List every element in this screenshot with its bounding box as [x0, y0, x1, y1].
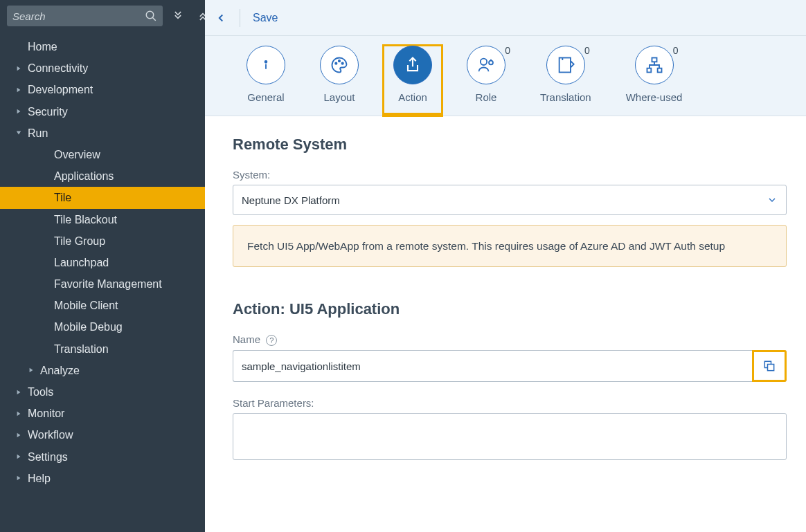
caret-right-icon [15, 65, 22, 72]
caret-right-icon [15, 108, 22, 115]
help-icon[interactable]: ? [266, 335, 277, 346]
nav-tree: HomeConnectivityDevelopmentSecurityRunOv… [0, 32, 205, 493]
svg-point-14 [335, 63, 337, 64]
nav-item-label: Applications [54, 169, 114, 183]
nav-item-development[interactable]: Development [0, 79, 205, 100]
tab-badge: 0 [673, 45, 679, 56]
nav-item-home[interactable]: Home [0, 36, 205, 57]
tab-badge: 0 [584, 45, 590, 56]
nav-item-tile[interactable]: Tile [0, 187, 205, 208]
nav-item-label: Tools [28, 385, 53, 398]
caret-right-icon [28, 367, 35, 374]
svg-point-0 [146, 11, 154, 19]
name-input[interactable] [233, 350, 752, 382]
start-params-input[interactable] [233, 413, 787, 460]
role-icon: 0 [467, 46, 505, 84]
svg-point-18 [489, 61, 493, 65]
nav-item-mobile-debug[interactable]: Mobile Debug [0, 316, 205, 338]
tab-label: Action [398, 91, 427, 103]
caret-right-icon [15, 410, 22, 417]
nav-item-tools[interactable]: Tools [0, 381, 205, 403]
nav-item-label: Tile [54, 191, 71, 204]
search-input[interactable] [12, 10, 145, 22]
search-box[interactable] [7, 6, 163, 26]
nav-item-workflow[interactable]: Workflow [0, 424, 205, 446]
nav-item-connectivity[interactable]: Connectivity [0, 57, 205, 79]
nav-item-label: Mobile Client [54, 299, 118, 312]
nav-item-label: Security [28, 105, 68, 118]
system-select[interactable]: Neptune DX Platform [233, 185, 787, 215]
tab-label: Role [476, 91, 497, 103]
action-heading: Action: UI5 Application [233, 300, 787, 318]
svg-marker-2 [17, 66, 21, 71]
tab-general[interactable]: General [247, 46, 285, 116]
nav-item-label: Analyze [40, 364, 80, 377]
system-label: System: [233, 169, 787, 181]
tab-where-used[interactable]: 0Where-used [626, 46, 683, 116]
nav-item-label: Launchpad [54, 256, 109, 269]
svg-marker-10 [17, 455, 21, 459]
tab-action[interactable]: Action [384, 46, 442, 116]
share-icon [393, 46, 432, 84]
content: Remote System System: Neptune DX Platfor… [205, 116, 806, 482]
system-value: Neptune DX Platform [242, 194, 340, 206]
info-message: Fetch UI5 App/WebApp from a remote syste… [233, 225, 787, 267]
tab-label: Where-used [626, 91, 683, 103]
save-button[interactable]: Save [253, 12, 278, 24]
nav-item-label: Tile Group [54, 235, 105, 248]
svg-marker-4 [17, 109, 21, 113]
nav-item-monitor[interactable]: Monitor [0, 403, 205, 424]
hierarchy-icon: 0 [635, 46, 674, 84]
search-icon [145, 10, 157, 22]
remote-system-heading: Remote System [233, 136, 787, 154]
nav-item-label: Overview [54, 148, 100, 161]
svg-rect-20 [559, 58, 570, 73]
back-button[interactable] [215, 12, 227, 24]
tab-label: General [247, 91, 284, 103]
name-row [233, 350, 787, 382]
nav-item-security[interactable]: Security [0, 101, 205, 122]
tab-badge: 0 [505, 45, 510, 56]
value-help-icon [762, 359, 776, 373]
info-icon [247, 46, 285, 84]
nav-item-launchpad[interactable]: Launchpad [0, 252, 205, 273]
svg-rect-21 [652, 58, 656, 62]
topbar: Save [205, 0, 806, 36]
nav-item-help[interactable]: Help [0, 468, 205, 489]
tab-label: Translation [540, 91, 591, 103]
tab-layout[interactable]: Layout [320, 46, 359, 116]
svg-marker-3 [17, 88, 21, 92]
svg-rect-23 [657, 68, 661, 73]
nav-item-label: Translation [54, 342, 109, 356]
nav-item-analyze[interactable]: Analyze [0, 360, 205, 381]
chevron-down-icon [767, 194, 778, 205]
nav-item-translation[interactable]: Translation [0, 338, 205, 360]
caret-right-icon [15, 475, 22, 481]
nav-item-mobile-client[interactable]: Mobile Client [0, 295, 205, 316]
nav-item-tile-group[interactable]: Tile Group [0, 230, 205, 252]
nav-item-applications[interactable]: Applications [0, 165, 205, 187]
nav-item-overview[interactable]: Overview [0, 144, 205, 165]
name-label: Name ? [233, 333, 787, 346]
palette-icon [320, 46, 359, 84]
nav-item-settings[interactable]: Settings [0, 446, 205, 468]
nav-item-tile-blackout[interactable]: Tile Blackout [0, 209, 205, 230]
main: Save GeneralLayoutAction0Role0Translatio… [205, 0, 806, 532]
nav-item-label: Monitor [28, 407, 64, 420]
start-params-label: Start Parameters: [233, 397, 787, 409]
tab-translation[interactable]: 0Translation [540, 46, 591, 116]
svg-point-16 [342, 63, 343, 64]
nav-item-label: Favorite Management [54, 277, 162, 291]
translate-icon: 0 [546, 46, 585, 84]
svg-point-15 [339, 60, 340, 62]
nav-item-run[interactable]: Run [0, 122, 205, 144]
nav-item-favorite-management[interactable]: Favorite Management [0, 273, 205, 295]
expand-all-icon[interactable] [168, 6, 188, 26]
svg-marker-9 [17, 433, 21, 437]
caret-right-icon [15, 432, 22, 439]
caret-down-icon [15, 129, 22, 136]
value-help-button[interactable] [752, 350, 787, 382]
tab-role[interactable]: 0Role [467, 46, 505, 116]
tabs: GeneralLayoutAction0Role0Translation0Whe… [205, 36, 806, 116]
svg-point-17 [481, 59, 487, 65]
